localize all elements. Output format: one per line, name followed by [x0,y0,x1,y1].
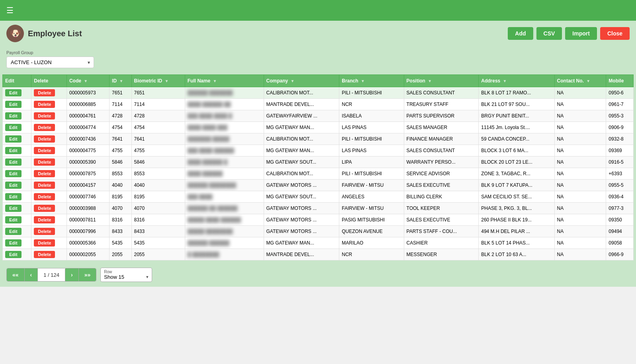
col-delete: Delete [31,75,67,87]
next-page-button[interactable]: › [65,268,79,281]
code-cell: 0000006885 [67,99,109,110]
edit-button[interactable]: Edit [5,239,22,247]
contact-cell: NA [554,180,606,191]
branch-cell: PILI - MITSUBISHI [339,87,404,99]
id-cell: 2055 [110,249,131,260]
delete-button[interactable]: Delete [34,147,55,154]
close-button[interactable]: Close [600,27,630,40]
col-id: ID ▼ [110,75,131,87]
row-select-wrapper[interactable]: Row Show 15 ▾ [100,268,152,282]
delete-button[interactable]: Delete [34,170,55,177]
edit-button[interactable]: Edit [5,147,22,154]
company-cell: GATEWAY MOTORS ... [264,203,339,214]
mobile-cell: 0955-5 [606,180,634,191]
delete-button[interactable]: Delete [34,124,55,131]
edit-button[interactable]: Edit [5,101,22,108]
pagination: «« ‹ 1 / 124 › »» [6,268,96,282]
address-cell: PHASE 3, PKG. 3, BL... [479,203,554,214]
delete-button[interactable]: Delete [34,182,55,189]
delete-button[interactable]: Delete [34,228,55,235]
address-cell: 59 CANDA CONCEP... [479,133,554,145]
biometric-id-cell: 4755 [131,145,185,157]
biometric-id-cell: 8316 [131,214,185,226]
id-cell: 5435 [110,237,131,249]
edit-button[interactable]: Edit [5,205,22,212]
branch-cell: PILI - MITSUBISHI [339,133,404,145]
mobile-cell: 0955-3 [606,110,634,122]
table-row: Edit Delete 0000003988 4070 4070 ██████ … [3,203,634,214]
filter-area: Payroll Group ACTIVE - LUZON ACTIVE - VI… [0,46,636,74]
edit-button[interactable]: Edit [5,182,22,189]
edit-button[interactable]: Edit [5,228,22,235]
contact-cell: NA [554,214,606,226]
edit-button[interactable]: Edit [5,89,22,96]
contact-cell: NA [554,249,606,260]
code-cell: 0000007996 [67,226,109,237]
first-page-button[interactable]: «« [7,268,25,281]
table-row: Edit Delete 0000004775 4755 4755 ███ ███… [3,145,634,157]
contact-cell: NA [554,237,606,249]
biometric-id-cell: 4754 [131,122,185,133]
position-cell: SERVICE ADVISOR [404,168,479,180]
delete-button[interactable]: Delete [34,216,55,223]
delete-cell: Delete [31,99,67,110]
full-name-cell: █ ████████ [185,249,264,260]
delete-button[interactable]: Delete [34,89,55,96]
edit-button[interactable]: Edit [5,170,22,177]
branch-cell: MARILAO [339,237,404,249]
position-cell: SALES CONSULTANT [404,145,479,157]
csv-button[interactable]: CSV [536,27,562,40]
mobile-cell: 0977-3 [606,203,634,214]
edit-button[interactable]: Edit [5,159,22,166]
biometric-id-cell: 5846 [131,157,185,168]
full-name-cell: ████ ████ ███ [185,122,264,133]
delete-cell: Delete [31,110,67,122]
edit-cell: Edit [3,180,31,191]
code-cell: 0000007746 [67,191,109,203]
delete-cell: Delete [31,168,67,180]
delete-button[interactable]: Delete [34,239,55,247]
delete-cell: Delete [31,87,67,99]
id-cell: 7651 [110,87,131,99]
add-button[interactable]: Add [508,27,533,40]
col-contact: Contact No. ▼ [554,75,606,87]
edit-cell: Edit [3,122,31,133]
full-name-cell: ███ ████ ████ █ [185,110,264,122]
company-cell: CALIBRATION MOT... [264,87,339,99]
edit-button[interactable]: Edit [5,135,22,143]
payroll-group-select[interactable]: ACTIVE - LUZON ACTIVE - VISAYAS ACTIVE -… [6,57,94,68]
full-name-cell: ███ ████ [185,191,264,203]
edit-button[interactable]: Edit [5,216,22,223]
delete-button[interactable]: Delete [34,112,55,119]
edit-button[interactable]: Edit [5,251,22,258]
edit-button[interactable]: Edit [5,112,22,119]
position-cell: MESSENGER [404,249,479,260]
full-name-cell: ███ ████ ██████ [185,145,264,157]
code-cell: 0000004761 [67,110,109,122]
hamburger-icon[interactable]: ☰ [6,6,14,15]
page-info: 1 / 124 [38,269,65,281]
full-name-cell: █████ ████████ [185,226,264,237]
full-name-cell: ████ ██████ [185,168,264,180]
footer-area: «« ‹ 1 / 124 › »» Row Show 15 ▾ [0,263,636,287]
header-buttons: Add CSV Import Close [508,27,630,40]
import-button[interactable]: Import [565,27,597,40]
prev-page-button[interactable]: ‹ [25,268,38,281]
code-cell: 0000004157 [67,180,109,191]
row-show-value: Show 15 [104,274,124,280]
delete-button[interactable]: Delete [34,193,55,200]
branch-cell: PASIG MITSUBISHI [339,214,404,226]
edit-button[interactable]: Edit [5,124,22,131]
edit-cell: Edit [3,99,31,110]
delete-button[interactable]: Delete [34,205,55,212]
delete-button[interactable]: Delete [34,159,55,166]
address-cell: 260 PHASE II BLK 19... [479,214,554,226]
delete-button[interactable]: Delete [34,135,55,143]
delete-cell: Delete [31,237,67,249]
last-page-button[interactable]: »» [79,268,96,281]
address-cell: BLK 9 LOT 7 KATUPA... [479,180,554,191]
company-cell: CALIBRATION MOT... [264,168,339,180]
delete-button[interactable]: Delete [34,101,55,108]
delete-button[interactable]: Delete [34,251,55,258]
edit-button[interactable]: Edit [5,193,22,200]
